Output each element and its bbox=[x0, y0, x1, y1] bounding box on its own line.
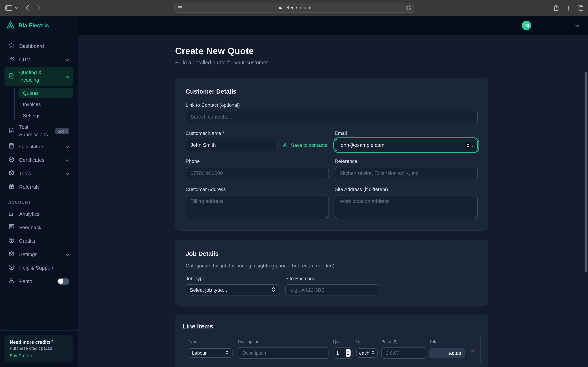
back-button[interactable] bbox=[26, 5, 29, 11]
reader-icon[interactable] bbox=[178, 6, 183, 10]
sidebar-item-calculators[interactable]: Calculators bbox=[4, 140, 73, 153]
sidebar-item-certificates[interactable]: Certificates bbox=[4, 154, 73, 166]
save-to-contacts-link[interactable]: Save to contacts bbox=[283, 142, 327, 149]
select-arrows-icon bbox=[371, 350, 374, 356]
gear-icon bbox=[8, 170, 15, 177]
help-circle-icon bbox=[8, 264, 15, 272]
pento-toggle[interactable] bbox=[57, 278, 69, 284]
save-to-contacts-text: Save to contacts bbox=[291, 142, 327, 148]
sidebar-item-settings[interactable]: Settings bbox=[4, 248, 73, 261]
share-icon[interactable] bbox=[553, 4, 559, 11]
bar-chart-icon bbox=[8, 210, 15, 217]
sidebar-item-credits[interactable]: Credits bbox=[4, 234, 73, 247]
sidebar-item-feedback[interactable]: Feedback bbox=[4, 221, 73, 234]
buy-credits-link[interactable]: Buy Credits bbox=[10, 354, 68, 358]
customer-address-textarea[interactable] bbox=[186, 195, 329, 219]
col-qty: Qty bbox=[333, 339, 352, 344]
users-icon bbox=[8, 56, 15, 63]
file-text-icon bbox=[8, 73, 15, 80]
account-menu-chevron-icon[interactable] bbox=[575, 22, 580, 29]
sidebar-item-analytics[interactable]: Analytics bbox=[4, 208, 73, 220]
item-type-select[interactable]: Labour bbox=[188, 348, 233, 358]
calculator-icon bbox=[8, 143, 15, 150]
select-arrows-icon bbox=[271, 287, 275, 293]
brand[interactable]: Bia Electric bbox=[0, 16, 78, 35]
sidebar-item-pento[interactable]: Pento bbox=[4, 275, 73, 288]
new-tab-icon[interactable] bbox=[565, 5, 571, 11]
item-description-input[interactable] bbox=[238, 347, 328, 359]
link-to-contact-label: Link to Contact (optional) bbox=[186, 102, 478, 108]
sidebar-item-dashboard[interactable]: Dashboard bbox=[4, 40, 73, 52]
job-type-value: Select job type... bbox=[190, 287, 227, 293]
customer-address-label: Customer Address bbox=[186, 187, 329, 192]
tab-overview-icon[interactable] bbox=[578, 5, 583, 11]
item-total-value: £0.00 bbox=[429, 348, 465, 359]
sub-item-label: Invoices bbox=[23, 101, 41, 107]
sidebar-item-label: Credits bbox=[19, 238, 35, 244]
credits-promo-title: Need more credits? bbox=[10, 340, 68, 345]
page-subtitle: Build a detailed quote for your customer bbox=[175, 59, 488, 66]
chevron-down-icon bbox=[65, 157, 69, 163]
sidebar-chevron-icon[interactable] bbox=[15, 7, 18, 9]
job-type-select[interactable]: Select job type... bbox=[186, 284, 279, 295]
alert-triangle-icon bbox=[8, 277, 15, 285]
sidebar-item-label: Settings bbox=[19, 251, 37, 257]
job-type-label: Job Type bbox=[186, 275, 279, 281]
sidebar-item-help-support[interactable]: Help & Support bbox=[4, 261, 73, 274]
item-price-input[interactable] bbox=[381, 347, 426, 359]
avatar[interactable]: TG bbox=[522, 20, 531, 30]
reference-input[interactable] bbox=[335, 167, 478, 179]
item-type-value: Labour bbox=[192, 350, 207, 356]
url-bar[interactable]: bia-electric.com bbox=[174, 3, 414, 13]
account-section-label: ACCOUNT bbox=[4, 194, 73, 208]
col-total: Total bbox=[429, 339, 465, 344]
site-postcode-input[interactable] bbox=[285, 284, 379, 295]
phone-input[interactable] bbox=[186, 167, 329, 179]
forward-button[interactable] bbox=[37, 5, 40, 11]
resize-grip-icon[interactable] bbox=[325, 213, 328, 219]
gift-icon bbox=[8, 183, 15, 191]
sidebar-item-tools[interactable]: Tools bbox=[4, 167, 73, 180]
sidebar-item-label: Certificates bbox=[19, 157, 44, 163]
browser-toolbar: bia-electric.com bbox=[0, 0, 588, 16]
sidebar-item-test-submissions[interactable]: Test Submissions Soon bbox=[4, 123, 73, 139]
site-address-textarea[interactable] bbox=[335, 195, 478, 219]
contact-search-input[interactable] bbox=[186, 111, 478, 123]
soon-badge: Soon bbox=[55, 128, 69, 134]
sidebar-item-label: Test Submissions bbox=[19, 124, 50, 138]
item-unit-select[interactable]: each bbox=[356, 348, 378, 358]
reload-icon[interactable] bbox=[406, 5, 411, 10]
site-postcode-label: Site Postcode bbox=[285, 275, 379, 281]
customer-name-label: Customer Name * bbox=[186, 130, 329, 136]
message-icon bbox=[8, 224, 15, 231]
col-description: Description bbox=[238, 339, 328, 344]
dollar-circle-icon bbox=[8, 237, 15, 244]
trash-icon[interactable] bbox=[469, 350, 476, 357]
sidebar-item-invoices[interactable]: Invoices bbox=[18, 99, 73, 109]
sidebar-item-quotes[interactable]: Quotes bbox=[18, 88, 73, 98]
email-label: Email bbox=[335, 130, 478, 136]
gear-icon bbox=[8, 250, 15, 258]
sidebar-item-label: Pento bbox=[19, 278, 32, 284]
sidebar-item-referrals[interactable]: Referrals bbox=[4, 180, 73, 193]
scrollbar-thumb[interactable] bbox=[585, 72, 587, 272]
col-unit: Unit bbox=[356, 339, 378, 344]
customer-name-input[interactable] bbox=[186, 139, 277, 151]
brand-name: Bia Electric bbox=[18, 22, 49, 28]
line-items-card: Line Items Type Labour bbox=[175, 315, 488, 367]
credits-promo-card: Need more credits? Purchase credit packs… bbox=[4, 335, 73, 363]
chevron-down-icon bbox=[65, 251, 69, 257]
line-item-row: Type Labour Description bbox=[183, 335, 481, 365]
email-input[interactable] bbox=[335, 139, 478, 151]
qty-stepper[interactable] bbox=[346, 349, 351, 357]
sidebar-panel-icon[interactable] bbox=[5, 5, 12, 11]
sidebar-item-label: Referrals bbox=[19, 184, 40, 190]
sidebar-item-quoting-settings[interactable]: Settings bbox=[18, 110, 73, 121]
sidebar-item-crm[interactable]: CRM bbox=[4, 53, 73, 66]
sidebar-item-quoting-invoicing[interactable]: Quoting & Invoicing bbox=[4, 67, 73, 86]
col-price: Price (£) bbox=[381, 339, 426, 344]
url-text: bia-electric.com bbox=[183, 5, 406, 10]
resize-grip-icon[interactable] bbox=[474, 213, 477, 219]
autofill-contact-icon[interactable] bbox=[465, 142, 474, 149]
chevron-down-icon bbox=[65, 171, 69, 176]
